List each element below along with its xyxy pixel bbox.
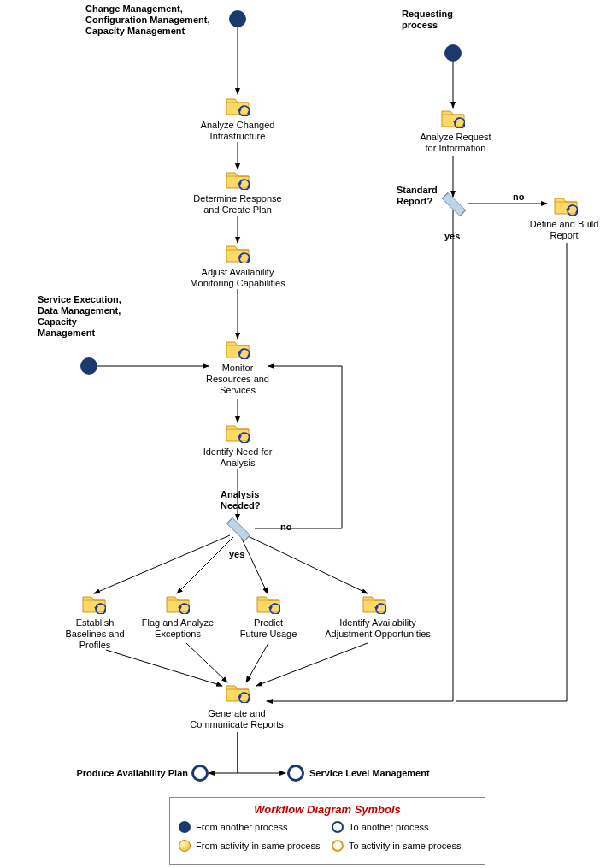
edge-label-no: no [280, 522, 291, 533]
determine-response-label: Determine Response and Create Plan [186, 193, 289, 216]
activity-folder-icon [554, 197, 578, 216]
decision-diamond-icon [442, 192, 466, 216]
legend-item: From activity in same process [179, 840, 323, 852]
activity-folder-icon [256, 595, 280, 614]
edge-label-yes: yes [229, 549, 244, 560]
legend-item: To another process [332, 821, 476, 833]
activity-folder-icon [226, 245, 250, 263]
svg-line-10 [246, 535, 368, 593]
activity-folder-icon [226, 340, 250, 359]
svg-line-12 [186, 643, 227, 682]
activity-folder-icon [226, 97, 250, 116]
analyze-req-label: Analyze Request for Information [409, 132, 503, 154]
legend-title: Workflow Diagram Symbols [179, 803, 476, 816]
svg-line-7 [94, 535, 230, 593]
activity-folder-icon [226, 424, 250, 443]
legend-label: From activity in same process [196, 841, 320, 851]
establish-label: Establish Baselines and Profiles [48, 617, 142, 651]
define-build-label: Define and Build Report [521, 219, 600, 241]
svg-line-8 [177, 537, 233, 593]
legend-solid-blue-icon [179, 821, 191, 833]
workflow-diagram: Change Management, Configuration Managem… [0, 0, 600, 868]
start-cm-label: Change Management, Configuration Managem… [85, 3, 231, 37]
start-req-label: Requesting process [402, 9, 504, 31]
legend-ring-yellow-icon [332, 840, 344, 852]
edge-label-yes: yes [444, 231, 460, 242]
analyze-infra-label: Analyze Changed Infrastructure [186, 120, 289, 142]
monitor-label: Monitor Resources and Services [195, 363, 280, 396]
flag-label: Flag and Analyze Exceptions [135, 617, 221, 640]
start-process-icon [229, 10, 246, 27]
legend-item: To activity in same process [332, 840, 476, 852]
svg-line-11 [106, 650, 222, 686]
start-process-icon [444, 44, 462, 62]
end-plan-label: Produce Availability Plan [74, 768, 188, 779]
activity-folder-icon [166, 595, 190, 614]
start-process-icon [80, 357, 97, 375]
identify-need-label: Identify Need for Analysis [195, 446, 280, 469]
activity-folder-icon [362, 595, 386, 614]
activity-folder-icon [82, 595, 106, 614]
activity-folder-icon [441, 109, 465, 128]
identify-avail-label: Identify Availability Adjustment Opportu… [318, 617, 438, 640]
svg-line-9 [241, 537, 268, 593]
dec-analysis-label: Analysis Needed? [221, 489, 280, 511]
end-slm-label: Service Level Management [309, 768, 446, 779]
legend-label: To activity in same process [349, 841, 461, 851]
end-process-icon [191, 765, 209, 782]
start-se-label: Service Execution, Data Management, Capa… [38, 294, 140, 339]
end-process-icon [287, 765, 304, 782]
predict-label: Predict Future Usage [227, 617, 309, 640]
edge-label-no: no [513, 192, 524, 203]
activity-folder-icon [226, 171, 250, 190]
legend-solid-yellow-icon [179, 840, 191, 852]
legend-label: To another process [349, 822, 429, 832]
decision-diamond-icon [226, 517, 250, 541]
svg-line-14 [256, 643, 368, 686]
generate-label: Generate and Communicate Reports [181, 708, 292, 730]
legend-box: Workflow Diagram Symbols From another pr… [169, 797, 485, 865]
activity-folder-icon [226, 684, 250, 703]
adjust-avail-label: Adjust Availability Monitoring Capabilit… [178, 267, 297, 289]
legend-item: From another process [179, 821, 323, 833]
svg-line-13 [246, 643, 268, 682]
legend-label: From another process [196, 822, 288, 832]
legend-ring-blue-icon [332, 821, 344, 833]
